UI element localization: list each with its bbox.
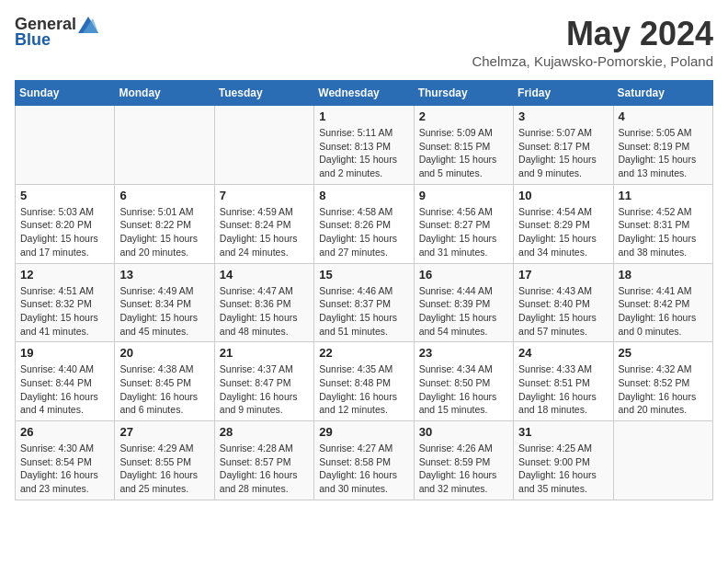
day-info: Sunrise: 4:51 AM Sunset: 8:32 PM Dayligh… bbox=[20, 284, 109, 339]
calendar-cell: 7Sunrise: 4:59 AM Sunset: 8:24 PM Daylig… bbox=[214, 184, 313, 263]
day-info: Sunrise: 4:59 AM Sunset: 8:24 PM Dayligh… bbox=[220, 205, 309, 259]
day-number: 15 bbox=[319, 268, 408, 282]
calendar-table: SundayMondayTuesdayWednesdayThursdayFrid… bbox=[15, 80, 713, 500]
day-info: Sunrise: 4:34 AM Sunset: 8:50 PM Dayligh… bbox=[419, 362, 508, 417]
calendar-cell: 5Sunrise: 5:03 AM Sunset: 8:20 PM Daylig… bbox=[16, 184, 115, 263]
day-info: Sunrise: 4:37 AM Sunset: 8:47 PM Dayligh… bbox=[220, 362, 309, 417]
day-number: 24 bbox=[518, 346, 608, 360]
calendar-cell: 12Sunrise: 4:51 AM Sunset: 8:32 PM Dayli… bbox=[16, 263, 115, 342]
logo-text-blue: Blue bbox=[15, 30, 51, 50]
day-number: 26 bbox=[20, 425, 109, 439]
day-info: Sunrise: 4:56 AM Sunset: 8:27 PM Dayligh… bbox=[419, 205, 508, 259]
day-info: Sunrise: 4:29 AM Sunset: 8:55 PM Dayligh… bbox=[119, 442, 209, 496]
day-info: Sunrise: 4:25 AM Sunset: 9:00 PM Dayligh… bbox=[518, 442, 608, 496]
day-info: Sunrise: 5:07 AM Sunset: 8:17 PM Dayligh… bbox=[518, 126, 608, 180]
calendar-cell: 20Sunrise: 4:38 AM Sunset: 8:45 PM Dayli… bbox=[115, 342, 214, 421]
calendar-cell: 13Sunrise: 4:49 AM Sunset: 8:34 PM Dayli… bbox=[115, 263, 214, 342]
day-info: Sunrise: 4:52 AM Sunset: 8:31 PM Dayligh… bbox=[619, 205, 708, 259]
day-number: 3 bbox=[518, 109, 608, 123]
calendar-cell: 4Sunrise: 5:05 AM Sunset: 8:19 PM Daylig… bbox=[613, 106, 712, 185]
calendar-cell: 16Sunrise: 4:44 AM Sunset: 8:39 PM Dayli… bbox=[414, 263, 513, 342]
day-info: Sunrise: 4:28 AM Sunset: 8:57 PM Dayligh… bbox=[220, 442, 309, 496]
calendar-cell: 19Sunrise: 4:40 AM Sunset: 8:44 PM Dayli… bbox=[16, 342, 115, 421]
day-info: Sunrise: 5:03 AM Sunset: 8:20 PM Dayligh… bbox=[20, 205, 109, 259]
day-info: Sunrise: 5:11 AM Sunset: 8:13 PM Dayligh… bbox=[319, 126, 408, 180]
calendar-cell: 3Sunrise: 5:07 AM Sunset: 8:17 PM Daylig… bbox=[514, 106, 613, 185]
column-header-monday: Monday bbox=[115, 81, 214, 106]
day-info: Sunrise: 5:09 AM Sunset: 8:15 PM Dayligh… bbox=[419, 126, 508, 180]
day-number: 28 bbox=[220, 425, 309, 439]
calendar-cell: 22Sunrise: 4:35 AM Sunset: 8:48 PM Dayli… bbox=[314, 342, 414, 421]
day-number: 4 bbox=[619, 109, 708, 123]
logo: General Blue bbox=[15, 15, 98, 50]
calendar-week-5: 26Sunrise: 4:30 AM Sunset: 8:54 PM Dayli… bbox=[16, 421, 713, 500]
column-header-saturday: Saturday bbox=[613, 81, 712, 106]
calendar-week-4: 19Sunrise: 4:40 AM Sunset: 8:44 PM Dayli… bbox=[16, 342, 713, 421]
header: General Blue May 2024 Chelmza, Kujawsko-… bbox=[15, 15, 713, 69]
day-number: 23 bbox=[419, 346, 508, 360]
column-header-sunday: Sunday bbox=[16, 81, 115, 106]
day-number: 20 bbox=[119, 346, 209, 360]
calendar-week-2: 5Sunrise: 5:03 AM Sunset: 8:20 PM Daylig… bbox=[16, 184, 713, 263]
day-number: 11 bbox=[619, 189, 708, 202]
calendar-cell: 28Sunrise: 4:28 AM Sunset: 8:57 PM Dayli… bbox=[214, 421, 313, 500]
day-number: 13 bbox=[119, 268, 209, 282]
day-info: Sunrise: 4:46 AM Sunset: 8:37 PM Dayligh… bbox=[319, 284, 408, 339]
day-number: 31 bbox=[518, 425, 608, 439]
day-info: Sunrise: 4:32 AM Sunset: 8:52 PM Dayligh… bbox=[619, 362, 708, 417]
day-number: 18 bbox=[619, 268, 708, 282]
calendar-cell: 18Sunrise: 4:41 AM Sunset: 8:42 PM Dayli… bbox=[613, 263, 712, 342]
calendar-cell: 1Sunrise: 5:11 AM Sunset: 8:13 PM Daylig… bbox=[314, 106, 414, 185]
calendar-cell: 10Sunrise: 4:54 AM Sunset: 8:29 PM Dayli… bbox=[514, 184, 613, 263]
day-info: Sunrise: 4:54 AM Sunset: 8:29 PM Dayligh… bbox=[518, 205, 608, 259]
day-number: 19 bbox=[20, 346, 109, 360]
day-number: 27 bbox=[119, 425, 209, 439]
calendar-cell: 29Sunrise: 4:27 AM Sunset: 8:58 PM Dayli… bbox=[314, 421, 414, 500]
column-header-tuesday: Tuesday bbox=[214, 81, 313, 106]
calendar-cell: 24Sunrise: 4:33 AM Sunset: 8:51 PM Dayli… bbox=[514, 342, 613, 421]
calendar-cell: 23Sunrise: 4:34 AM Sunset: 8:50 PM Dayli… bbox=[414, 342, 513, 421]
day-number: 5 bbox=[20, 189, 109, 202]
column-header-thursday: Thursday bbox=[414, 81, 513, 106]
calendar-cell bbox=[214, 106, 313, 185]
day-number: 7 bbox=[220, 189, 309, 202]
day-info: Sunrise: 4:40 AM Sunset: 8:44 PM Dayligh… bbox=[20, 362, 109, 417]
day-number: 6 bbox=[119, 189, 209, 202]
day-number: 21 bbox=[220, 346, 309, 360]
day-number: 29 bbox=[319, 425, 408, 439]
calendar-cell bbox=[16, 106, 115, 185]
logo-icon bbox=[78, 17, 98, 33]
calendar-cell: 2Sunrise: 5:09 AM Sunset: 8:15 PM Daylig… bbox=[414, 106, 513, 185]
calendar-cell: 21Sunrise: 4:37 AM Sunset: 8:47 PM Dayli… bbox=[214, 342, 313, 421]
day-number: 2 bbox=[419, 109, 508, 123]
day-number: 8 bbox=[319, 189, 408, 202]
day-number: 16 bbox=[419, 268, 508, 282]
day-info: Sunrise: 4:27 AM Sunset: 8:58 PM Dayligh… bbox=[319, 442, 408, 496]
day-info: Sunrise: 4:49 AM Sunset: 8:34 PM Dayligh… bbox=[119, 284, 209, 339]
calendar-week-3: 12Sunrise: 4:51 AM Sunset: 8:32 PM Dayli… bbox=[16, 263, 713, 342]
location-subtitle: Chelmza, Kujawsko-Pomorskie, Poland bbox=[472, 53, 713, 69]
day-info: Sunrise: 5:01 AM Sunset: 8:22 PM Dayligh… bbox=[119, 205, 209, 259]
calendar-cell: 15Sunrise: 4:46 AM Sunset: 8:37 PM Dayli… bbox=[314, 263, 414, 342]
month-year-title: May 2024 bbox=[472, 15, 713, 53]
day-info: Sunrise: 4:35 AM Sunset: 8:48 PM Dayligh… bbox=[319, 362, 408, 417]
calendar-cell: 27Sunrise: 4:29 AM Sunset: 8:55 PM Dayli… bbox=[115, 421, 214, 500]
day-info: Sunrise: 4:38 AM Sunset: 8:45 PM Dayligh… bbox=[119, 362, 209, 417]
calendar-cell bbox=[115, 106, 214, 185]
title-area: May 2024 Chelmza, Kujawsko-Pomorskie, Po… bbox=[472, 15, 713, 69]
calendar-week-1: 1Sunrise: 5:11 AM Sunset: 8:13 PM Daylig… bbox=[16, 106, 713, 185]
column-header-wednesday: Wednesday bbox=[314, 81, 414, 106]
calendar-cell: 8Sunrise: 4:58 AM Sunset: 8:26 PM Daylig… bbox=[314, 184, 414, 263]
calendar-cell: 31Sunrise: 4:25 AM Sunset: 9:00 PM Dayli… bbox=[514, 421, 613, 500]
calendar-cell: 17Sunrise: 4:43 AM Sunset: 8:40 PM Dayli… bbox=[514, 263, 613, 342]
calendar-cell: 9Sunrise: 4:56 AM Sunset: 8:27 PM Daylig… bbox=[414, 184, 513, 263]
calendar-cell: 11Sunrise: 4:52 AM Sunset: 8:31 PM Dayli… bbox=[613, 184, 712, 263]
day-info: Sunrise: 4:33 AM Sunset: 8:51 PM Dayligh… bbox=[518, 362, 608, 417]
calendar-cell: 14Sunrise: 4:47 AM Sunset: 8:36 PM Dayli… bbox=[214, 263, 313, 342]
day-number: 9 bbox=[419, 189, 508, 202]
day-number: 10 bbox=[518, 189, 608, 202]
calendar-cell: 30Sunrise: 4:26 AM Sunset: 8:59 PM Dayli… bbox=[414, 421, 513, 500]
day-number: 22 bbox=[319, 346, 408, 360]
day-number: 12 bbox=[20, 268, 109, 282]
day-info: Sunrise: 4:58 AM Sunset: 8:26 PM Dayligh… bbox=[319, 205, 408, 259]
